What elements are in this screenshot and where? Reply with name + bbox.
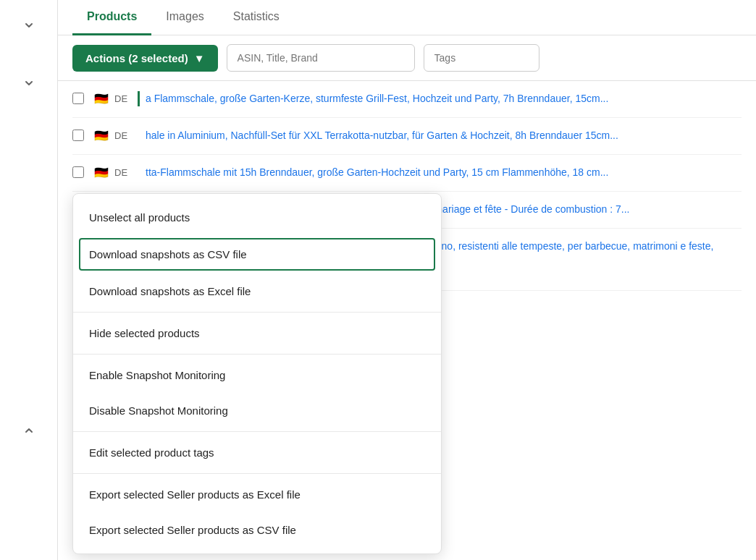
actions-button-label: Actions (2 selected) [85, 52, 188, 64]
sidebar [0, 0, 58, 560]
product-flag-2: 🇩🇪 DE [93, 128, 129, 141]
product-title-1[interactable]: a Flammschale, große Garten-Kerze, sturm… [146, 91, 608, 106]
tab-images[interactable]: Images [151, 0, 218, 35]
actions-dropdown: Unselect all products Download snapshots… [72, 193, 442, 554]
product-title-3[interactable]: tta-Flammschale mit 15h Brenndauer, groß… [146, 165, 608, 180]
collapse-arrow-2[interactable] [18, 72, 40, 94]
product-content-1: a Flammschale, große Garten-Kerze, sturm… [138, 91, 608, 106]
country-code-2: DE [114, 130, 127, 141]
table-row: 🇩🇪 DE a Flammschale, große Garten-Kerze,… [72, 81, 742, 118]
dropdown-item-seller-csv[interactable]: Export selected Seller products as CSV f… [73, 512, 441, 548]
dropdown-item-enable[interactable]: Enable Snapshot Monitoring [73, 357, 441, 393]
row-checkbox-3[interactable] [72, 166, 84, 178]
row-checkbox-2[interactable] [72, 130, 84, 141]
tags-input[interactable] [424, 44, 539, 72]
country-code-1: DE [114, 93, 127, 104]
product-flag-1: 🇩🇪 DE [93, 91, 129, 104]
collapse-arrow-1[interactable] [18, 14, 40, 36]
dropdown-item-disable[interactable]: Disable Snapshot Monitoring [73, 393, 441, 428]
table-row: 🇩🇪 DE hale in Aluminium, Nachfüll-Set fü… [72, 118, 742, 155]
content-area: Products Images Statistics Actions (2 se… [58, 0, 756, 560]
search-input[interactable] [227, 44, 415, 72]
dropdown-divider-1 [73, 312, 441, 313]
tab-bar: Products Images Statistics [58, 0, 756, 35]
dropdown-divider-3 [73, 431, 441, 432]
row-checkbox-1[interactable] [72, 93, 84, 104]
product-content-3: tta-Flammschale mit 15h Brenndauer, groß… [138, 165, 608, 180]
flag-icon-1: 🇩🇪 [93, 93, 110, 104]
row-checkbox-wrap-2 [72, 128, 84, 144]
actions-button-arrow: ▼ [194, 52, 205, 64]
flag-icon-3: 🇩🇪 [93, 166, 110, 178]
product-flag-3: 🇩🇪 DE [93, 165, 129, 178]
dropdown-item-excel[interactable]: Download snapshots as Excel file [73, 273, 441, 309]
tab-statistics[interactable]: Statistics [219, 0, 294, 35]
actions-button[interactable]: Actions (2 selected) ▼ [72, 45, 218, 72]
dropdown-divider-4 [73, 473, 441, 474]
dropdown-item-tags[interactable]: Edit selected product tags [73, 435, 441, 470]
table-row: 🇩🇪 DE tta-Flammschale mit 15h Brenndauer… [72, 155, 742, 192]
flag-icon-2: 🇩🇪 [93, 130, 110, 141]
dropdown-item-csv[interactable]: Download snapshots as CSV file [79, 238, 435, 271]
dropdown-item-hide[interactable]: Hide selected products [73, 315, 441, 351]
product-content-2: hale in Aluminium, Nachfüll-Set für XXL … [138, 128, 618, 143]
toolbar: Actions (2 selected) ▼ [58, 35, 756, 81]
product-list: 🇩🇪 DE a Flammschale, große Garten-Kerze,… [58, 81, 756, 560]
dropdown-item-unselect[interactable]: Unselect all products [73, 200, 441, 235]
dropdown-divider-2 [73, 354, 441, 355]
row-checkbox-wrap-3 [72, 165, 84, 181]
dropdown-item-seller-excel[interactable]: Export selected Seller products as Excel… [73, 477, 441, 512]
collapse-arrow-3[interactable] [18, 420, 40, 441]
country-code-3: DE [114, 167, 127, 178]
product-title-2[interactable]: hale in Aluminium, Nachfüll-Set für XXL … [146, 128, 618, 143]
row-checkbox-wrap-1 [72, 91, 84, 107]
tab-products[interactable]: Products [72, 0, 151, 35]
